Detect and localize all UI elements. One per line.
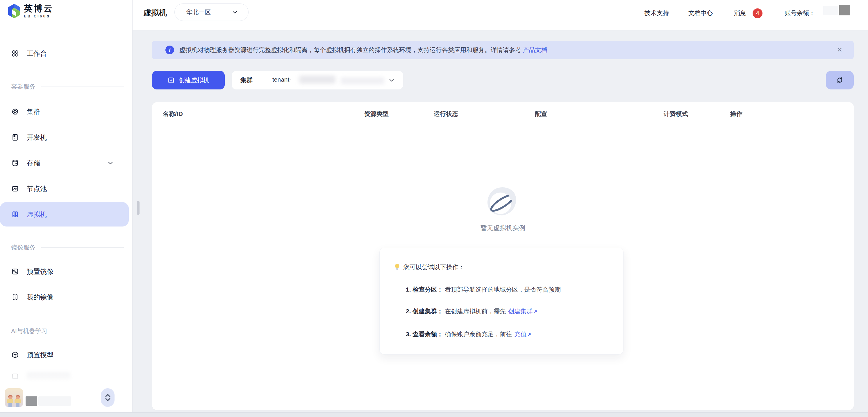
balance-value-redacted [839,5,850,15]
tip-number: 2. [406,308,411,314]
sidebar-item-storage[interactable]: 存储 [0,151,132,175]
nav-messages-link[interactable]: 消息 [734,9,746,17]
external-arrow-icon: ↗ [527,332,531,338]
region-selector[interactable]: 华北一区 [175,3,249,21]
username-redacted [26,396,37,406]
cluster-selector-label: 集群 [240,76,253,84]
topbar: 虚拟机 华北一区 技术支持 文档中心 消息 4 账号余额： [132,0,868,30]
info-banner: i 虚拟机对物理服务器资源进行完整虚拟化和隔离，每个虚拟机拥有独立的操作系统环境… [152,41,854,59]
section-divider [41,86,124,87]
brand-text: 英博云 EB Cloud [24,3,54,18]
chevron-down-icon [388,77,395,83]
create-vm-label: 创建虚拟机 [179,76,209,84]
nav-support-link[interactable]: 技术支持 [645,9,669,17]
username-redacted-light [38,396,71,406]
sidebar-item-label: 虚拟机 [27,210,47,219]
sidebar-item-my-image[interactable]: 我的镜像 [0,285,132,309]
sidebar: 英博云 EB Cloud 工作台 容器服务 集群 [0,0,132,417]
sidebar-item-label: 开发机 [27,133,47,142]
account-switcher-button[interactable] [101,388,115,407]
lightbulb-icon [394,264,400,271]
brand-subtitle: EB Cloud [24,14,54,18]
tips-card: 您可以尝试以下操作： 1. 检查分区： 看顶部导航选择的地域分区，是否符合预期 … [379,248,623,354]
tip-label: 查看余额： [412,331,443,338]
node-pool-icon [11,185,19,193]
sidebar-item-cluster[interactable]: 集群 [0,99,132,124]
sidebar-scrollbar-thumb[interactable] [137,201,140,215]
col-header-actions: 操作 [730,110,742,118]
col-header-name: 名称/ID [163,110,183,118]
cluster-selector[interactable]: 集群 tenant- [232,71,403,90]
sidebar-section-label: 镜像服务 [11,243,35,251]
sidebar-item-label: 集群 [27,107,40,116]
brand-logo-icon [7,3,21,19]
close-icon[interactable]: × [835,41,844,59]
recharge-link[interactable]: 充值 [514,331,526,338]
empty-state-message: 暂无虚拟机实例 [152,223,854,232]
sidebar-item-label: 我的镜像 [27,293,54,302]
brand-name: 英博云 [24,3,54,13]
plus-square-icon [167,77,175,84]
message-count-badge[interactable]: 4 [753,8,763,18]
tip-label: 创建集群： [412,308,443,314]
banner-message: 虚拟机对物理服务器资源进行完整虚拟化和隔离，每个虚拟机拥有独立的操作系统环境，支… [179,46,523,53]
sidebar-item-label: 工作台 [27,49,47,58]
tip-item-2: 2. 创建集群： 在创建虚拟机前，需先创建集群↗ [406,307,537,315]
app-root: 英博云 EB Cloud 工作台 容器服务 集群 [0,0,868,417]
tip-text: 在创建虚拟机前，需先 [445,308,506,314]
tip-text: 看顶部导航选择的地域分区，是否符合预期 [445,286,561,293]
col-header-config: 配置 [535,110,547,118]
vm-table-card: 名称/ID 资源类型 运行状态 配置 计费模式 操作 暂无虚拟机实例 [152,102,854,410]
sidebar-section-container-services: 容器服务 [11,82,124,91]
col-header-billing: 计费模式 [664,110,688,118]
sidebar-item-label: 预置镜像 [27,267,54,276]
refresh-button[interactable] [826,71,854,90]
sidebar-item-label: 存储 [27,159,40,168]
create-vm-button[interactable]: 创建虚拟机 [152,71,225,90]
create-cluster-link[interactable]: 创建集群 [508,308,532,314]
sidebar-item-label: 节点池 [27,184,47,194]
info-icon: i [165,45,174,54]
sidebar-item-devmachine[interactable]: 开发机 [0,125,132,149]
model-cube-icon [11,351,19,359]
sidebar-item-workbench[interactable]: 工作台 [0,41,132,66]
avatar-figure [14,395,21,407]
tip-item-1: 1. 检查分区： 看顶部导航选择的地域分区，是否符合预期 [406,285,561,293]
region-selector-value: 华北一区 [186,8,220,16]
external-arrow-icon: ↗ [533,309,537,314]
kubernetes-icon [11,107,19,115]
sidebar-item-preset-image[interactable]: 预置镜像 [0,259,132,284]
chevron-up-down-icon [104,393,112,402]
cluster-value-redacted [341,77,384,84]
banner-doc-link[interactable]: 产品文档 [523,46,547,53]
tip-item-3: 3. 查看余额： 确保账户余额充足，前往充值↗ [406,330,531,338]
cluster-value-redacted [299,75,336,83]
nav-docs-link[interactable]: 文档中心 [688,9,713,17]
tip-label: 检查分区： [412,286,443,293]
page-title: 虚拟机 [143,7,167,18]
tip-number: 1. [406,286,411,293]
empty-state-icon [485,185,520,221]
sidebar-section-ai-ml: AI与机器学习 [11,327,124,336]
refresh-icon [835,76,844,84]
chevron-down-icon[interactable] [107,159,114,167]
chevron-down-icon [231,9,238,16]
storage-database-icon [11,159,19,167]
col-header-status: 运行状态 [434,110,458,118]
table-header-divider [152,125,854,125]
tip-text: 确保账户余额充足，前往 [445,331,512,338]
window-bottom-strip [0,412,868,417]
avatar[interactable] [5,388,23,407]
tips-title-row: 您可以尝试以下操作： [394,263,465,271]
sidebar-item-vm-active[interactable]: 虚拟机 [0,202,129,227]
sidebar-section-label: AI与机器学习 [11,327,48,335]
sidebar-section-image-services: 镜像服务 [11,243,124,252]
brand-logo[interactable]: 英博云 EB Cloud [7,3,54,19]
sidebar-item-label: 预置模型 [27,350,54,359]
workbench-grid-icon [11,49,19,58]
sidebar-section-label: 容器服务 [11,82,35,91]
virtual-machine-icon [11,210,19,218]
sidebar-item-nodepool[interactable]: 节点池 [0,177,132,201]
divider [264,74,264,86]
tip-number: 3. [406,331,411,338]
